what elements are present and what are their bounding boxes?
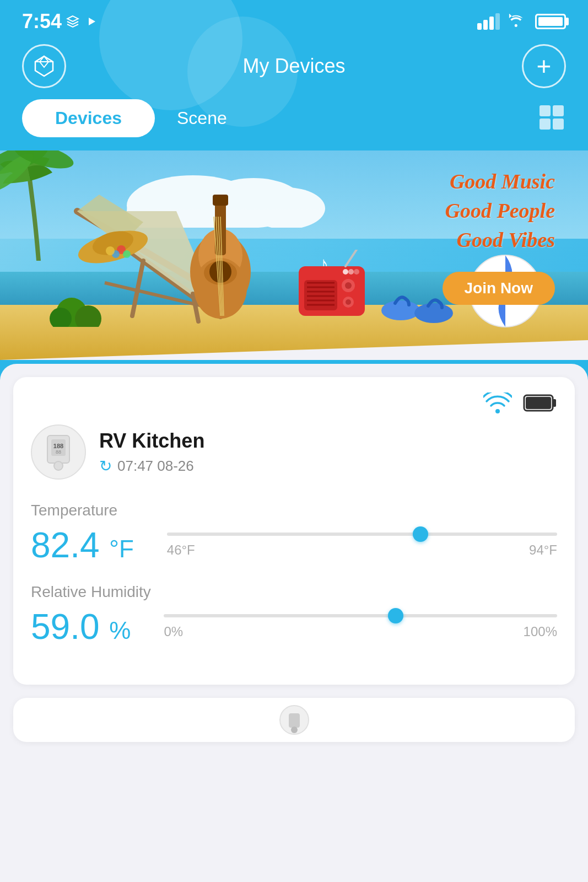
add-button[interactable]: + [522,44,566,88]
page-title: My Devices [242,55,345,78]
humidity-label: Relative Humidity [31,583,557,601]
wifi-icon [508,14,527,29]
banner: ♪ ♩ [0,150,588,360]
time-display: 7:54 [22,10,62,33]
status-time: 7:54 [22,10,97,33]
grid-icon[interactable] [537,103,566,134]
svg-marker-0 [35,56,53,76]
svg-rect-74 [289,713,300,728]
tab-scene[interactable]: Scene [155,99,249,137]
svg-point-56 [343,269,348,275]
device-card-partial [13,698,575,742]
join-now-button[interactable]: Join Now [443,272,555,305]
beach-chair-illustration [33,184,309,327]
svg-rect-38 [213,195,228,206]
temperature-section: Temperature 82.4 °F 46°F 94°F [31,502,557,566]
signal-icon [477,13,500,30]
device-icon: 188 88 [39,433,78,471]
svg-text:88: 88 [56,449,61,455]
svg-text:188: 188 [53,443,63,449]
banner-text: Good Music Good People Good Vibes [445,167,555,255]
svg-rect-4 [553,105,564,116]
location-icon [66,15,79,28]
svg-point-60 [381,300,420,320]
main-content: 188 88 RV Kitchen ↻ 07:47 08-26 Temperat… [0,364,588,882]
svg-point-53 [345,282,352,289]
gem-icon [32,54,56,78]
radio-illustration [296,250,368,321]
svg-point-75 [291,727,298,733]
humidity-section: Relative Humidity 59.0 % 0% 100% [31,583,557,647]
temperature-value: 82.4 °F [31,525,134,566]
humidity-min: 0% [164,624,183,639]
svg-point-72 [54,461,63,470]
device-card: 188 88 RV Kitchen ↻ 07:47 08-26 Temperat… [13,377,575,685]
card-battery-icon [523,393,557,413]
temperature-label: Temperature [31,502,557,519]
banner-line3: Good Vibes [445,225,555,255]
svg-point-27 [123,250,131,258]
svg-point-26 [106,246,115,255]
svg-rect-6 [553,119,564,130]
humidity-value: 59.0 % [31,606,131,647]
tab-devices[interactable]: Devices [22,99,155,137]
device-time: ↻ 07:47 08-26 [99,457,204,475]
temperature-slider[interactable]: 46°F 94°F [167,533,557,558]
temperature-row: 82.4 °F 46°F 94°F [31,525,557,566]
banner-line2: Good People [445,196,555,225]
humidity-slider[interactable]: 0% 100% [164,614,557,639]
header: My Devices + [0,39,588,99]
svg-rect-3 [540,105,551,116]
device-name: RV Kitchen [99,429,204,453]
flipflops-illustration [379,269,456,324]
svg-point-61 [414,303,453,323]
device-info: 188 88 RV Kitchen ↻ 07:47 08-26 [31,424,557,480]
temp-min: 46°F [167,542,195,558]
svg-point-55 [346,299,351,305]
svg-rect-5 [540,119,551,130]
banner-line1: Good Music [445,167,555,196]
battery-icon [535,14,566,29]
status-bar: 7:54 [0,0,588,39]
card-wifi-icon [483,392,512,413]
humidity-row: 59.0 % 0% 100% [31,606,557,647]
svg-rect-67 [553,399,556,407]
card-header [31,392,557,413]
tab-bar: Devices Scene [0,99,588,150]
svg-point-58 [354,269,359,275]
temp-max: 94°F [529,542,557,558]
device-details: RV Kitchen ↻ 07:47 08-26 [99,429,204,475]
logo-button[interactable] [22,44,66,88]
svg-point-64 [495,409,500,413]
svg-rect-66 [526,397,551,409]
status-icons [477,13,566,30]
last-update: 07:47 08-26 [117,458,194,475]
refresh-icon[interactable]: ↻ [99,457,112,475]
svg-point-57 [348,269,354,275]
partial-card-icon [278,703,311,736]
humidity-max: 100% [524,624,557,639]
device-avatar: 188 88 [31,424,86,480]
arrow-icon [84,15,97,28]
svg-line-59 [346,250,357,266]
